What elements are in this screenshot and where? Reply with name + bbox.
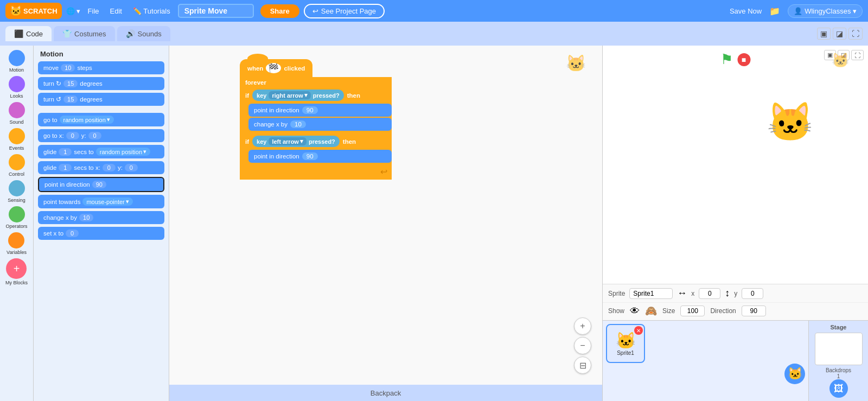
- project-name-input[interactable]: [178, 4, 254, 18]
- tab-code[interactable]: ⬛ Code: [5, 26, 52, 41]
- set-x-block[interactable]: set x to 0: [38, 227, 164, 240]
- category-sound[interactable]: Sound: [9, 102, 25, 125]
- costumes-icon: 👕: [62, 29, 72, 38]
- category-sidebar: Motion Looks Sound Events Control Sensin…: [0, 46, 34, 401]
- zoom-reset-icon: ⊟: [579, 360, 586, 371]
- add-backdrop-icon: 🖼: [834, 383, 844, 394]
- myblocks-btn[interactable]: +: [6, 258, 27, 279]
- tab-costumes[interactable]: 👕 Costumes: [54, 26, 115, 41]
- sound-label: Sound: [9, 119, 23, 125]
- stage-controls: ⚑ ■: [720, 51, 750, 68]
- variables-label: Variables: [7, 250, 27, 255]
- add-sprite-btn[interactable]: 🐱: [784, 364, 805, 384]
- zoom-in-icon: +: [580, 321, 585, 331]
- right-panel: ⚑ ■ ▣ ◪ ⛶ 🐱 🐱 Sprite ↔ x ↕ y: [602, 46, 868, 401]
- file-menu[interactable]: File: [85, 5, 103, 17]
- y-label: y: [734, 290, 737, 297]
- point-dir-left-block: point in direction 90: [248, 150, 392, 163]
- tabs-row: ⬛ Code 👕 Costumes 🔊 Sounds ▣ ◪ ⛶: [0, 22, 868, 46]
- glide1-block[interactable]: glide 1 secs to random position ▾: [38, 145, 164, 158]
- see-project-button[interactable]: ↩ See Project Page: [304, 4, 385, 18]
- size-input[interactable]: [680, 305, 705, 316]
- move-steps-block[interactable]: move 10 steps: [38, 61, 164, 74]
- sprite-name-input[interactable]: [629, 288, 673, 299]
- sensing-dot: [9, 180, 25, 196]
- if-right-block: if key right arrow ▾ pressed? then: [240, 88, 392, 132]
- control-label: Control: [9, 171, 24, 177]
- stop-btn[interactable]: ■: [737, 53, 750, 66]
- category-events[interactable]: Events: [9, 128, 25, 151]
- direction-input[interactable]: [742, 305, 766, 316]
- point-towards-block[interactable]: point towards mouse-pointer ▾: [38, 195, 164, 208]
- sprite-info-panel: Sprite ↔ x ↕ y: [603, 284, 868, 302]
- stage-backdrop-thumb[interactable]: [815, 333, 863, 365]
- size-label: Size: [662, 307, 675, 315]
- fullscreen-btn[interactable]: ⛶: [848, 28, 863, 40]
- blocks-list: Motion move 10 steps turn ↻ 15 degrees t…: [34, 46, 169, 401]
- tab-sounds[interactable]: 🔊 Sounds: [117, 26, 170, 41]
- sprite-thumb-label: Sprite1: [617, 350, 634, 356]
- globe-menu[interactable]: 🌐 ▾: [66, 7, 80, 15]
- y-input[interactable]: [742, 288, 763, 299]
- sprite1-thumb[interactable]: ✕ 🐱 Sprite1: [606, 324, 645, 363]
- share-button[interactable]: Share: [260, 4, 299, 18]
- zoom-reset-btn[interactable]: ⊟: [574, 357, 591, 374]
- category-looks[interactable]: Looks: [9, 76, 25, 99]
- main-area: Motion Looks Sound Events Control Sensin…: [0, 46, 868, 401]
- dropdown-arrow2: ▾: [143, 148, 146, 155]
- motion-dot: [9, 50, 25, 66]
- user-avatar: 👤: [794, 7, 802, 15]
- sounds-icon: 🔊: [126, 29, 135, 38]
- goto-xy-block[interactable]: go to x: 0 y: 0: [38, 129, 164, 142]
- normal-stage-btn[interactable]: ◪: [833, 28, 846, 40]
- dropdown-arrow: ▾: [107, 116, 110, 123]
- operators-dot: [9, 206, 25, 222]
- category-operators[interactable]: Operators: [5, 206, 27, 229]
- xy-arrow-icon: ↔: [677, 288, 687, 299]
- edit-menu[interactable]: Edit: [107, 5, 125, 17]
- code-icon: ⬛: [14, 29, 23, 38]
- script-area[interactable]: 🐱 when 🏁 clicked forever: [169, 46, 602, 401]
- eye-icon[interactable]: 👁: [630, 305, 640, 317]
- goto-block[interactable]: go to random position ▾: [38, 113, 164, 126]
- forever-cap: ↩: [240, 164, 392, 180]
- point-direction-block[interactable]: point in direction 90: [38, 177, 164, 192]
- folder-icon[interactable]: 📁: [769, 6, 780, 16]
- sprite-thumb-cat: 🐱: [616, 331, 636, 350]
- motion-section-title: Motion: [38, 50, 164, 58]
- left-arrow-condition: key left arrow ▾ pressed?: [252, 136, 340, 147]
- eye-crossed-icon[interactable]: 🙈: [645, 305, 657, 317]
- category-motion[interactable]: Motion: [9, 50, 25, 73]
- save-now-button[interactable]: Save Now: [730, 7, 762, 15]
- stage-section: Stage Backdrops 1 🖼: [808, 321, 868, 401]
- category-sensing[interactable]: Sensing: [8, 180, 25, 203]
- user-menu[interactable]: 👤 WlingyClasses ▾: [788, 4, 863, 18]
- glide2-block[interactable]: glide 1 secs to x: 0 y: 0: [38, 161, 164, 174]
- right-arrow-condition: key right arrow ▾ pressed?: [252, 90, 344, 101]
- events-dot: [9, 128, 25, 144]
- show-label: Show: [608, 307, 624, 315]
- flag-icon: 🏁: [266, 63, 281, 73]
- myblocks-label: My Blocks: [5, 280, 28, 285]
- fullscreen-view-btn[interactable]: ⛶: [851, 50, 864, 60]
- sprite-delete-btn[interactable]: ✕: [634, 326, 643, 335]
- point-dir-right-block: point in direction 90: [248, 104, 392, 117]
- add-backdrop-btn[interactable]: 🖼: [829, 379, 848, 398]
- backpack-bar[interactable]: Backpack: [169, 385, 602, 401]
- zoom-in-btn[interactable]: +: [574, 317, 591, 335]
- x-label: x: [691, 290, 694, 297]
- scratch-logo[interactable]: 🐱SCRATCH: [5, 3, 62, 19]
- small-stage-btn[interactable]: ▣: [817, 28, 831, 40]
- zoom-out-btn[interactable]: −: [574, 337, 591, 354]
- turn-ccw-block[interactable]: turn ↺ 15 degrees: [38, 93, 164, 106]
- x-input[interactable]: [699, 288, 720, 299]
- events-label: Events: [9, 145, 24, 151]
- turn-cw-block[interactable]: turn ↻ 15 degrees: [38, 77, 164, 90]
- category-myblocks[interactable]: + My Blocks: [5, 258, 28, 285]
- category-variables[interactable]: Variables: [7, 232, 27, 255]
- change-x-block[interactable]: change x by 10: [38, 211, 164, 224]
- green-flag-btn[interactable]: ⚑: [720, 51, 733, 68]
- see-project-icon: ↩: [312, 7, 318, 15]
- tutorials-btn[interactable]: ✏️ Tutorials: [130, 5, 174, 17]
- category-control[interactable]: Control: [9, 154, 25, 177]
